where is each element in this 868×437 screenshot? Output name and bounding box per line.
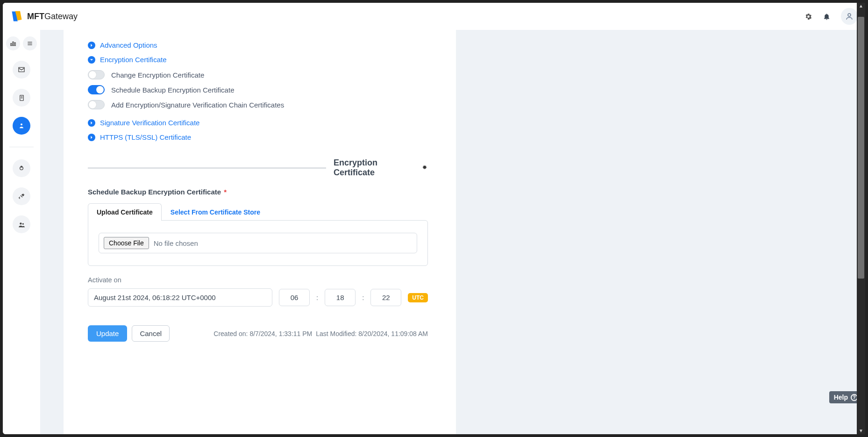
sidebar-separator (9, 147, 34, 147)
brand[interactable]: MFTGateway (10, 10, 78, 23)
svg-point-13 (20, 222, 21, 224)
record-meta: Created on: 8/7/2024, 1:33:11 PM Last Mo… (213, 330, 428, 337)
cert-source-tabs: Upload Certificate Select From Certifica… (88, 203, 428, 221)
tab-select-from-store[interactable]: Select From Certificate Store (162, 203, 269, 221)
svg-rect-2 (13, 42, 14, 46)
sidebar-mail-icon[interactable] (13, 61, 30, 79)
sidebar-server-icon[interactable] (13, 89, 30, 107)
activate-on-label: Activate on (88, 276, 428, 284)
svg-rect-1 (11, 43, 12, 46)
help-label: Help (834, 394, 848, 401)
top-bar: MFTGateway (3, 3, 865, 30)
brand-text: MFTGateway (27, 12, 78, 21)
tab-upload-certificate[interactable]: Upload Certificate (88, 203, 162, 221)
sidebar-users-icon[interactable] (13, 215, 30, 233)
activate-date-input[interactable] (88, 288, 272, 307)
choose-file-button[interactable]: Choose File (104, 237, 149, 249)
sidebar-menu-toggle-icon[interactable] (23, 36, 37, 50)
cancel-button[interactable]: Cancel (132, 325, 170, 342)
section-https-certificate[interactable]: HTTPS (TLS/SSL) Certificate (88, 133, 428, 141)
svg-point-14 (22, 223, 23, 224)
chevron-right-icon (88, 42, 95, 49)
chevron-down-icon (88, 56, 95, 64)
scroll-down-icon[interactable]: ▼ (859, 429, 863, 433)
divider-title: Encryption Certificate (334, 158, 419, 178)
activate-second-input[interactable] (370, 289, 401, 306)
section-encryption-certificate[interactable]: Encryption Certificate (88, 56, 428, 64)
time-separator: : (362, 294, 364, 301)
os-scrollbar[interactable]: ▲ ▼ (857, 3, 865, 434)
scroll-up-icon[interactable]: ▲ (859, 4, 863, 8)
svg-point-11 (21, 123, 22, 125)
sidebar-dashboard-icon[interactable] (6, 36, 20, 50)
toggle-schedule-backup-cert[interactable] (88, 85, 105, 94)
activate-minute-input[interactable] (325, 289, 356, 306)
sidebar-partner-icon[interactable] (13, 117, 30, 135)
sidebar (3, 30, 40, 434)
section-label: HTTPS (TLS/SSL) Certificate (100, 133, 191, 141)
scroll-thumb[interactable] (858, 17, 864, 279)
bell-icon[interactable] (823, 13, 831, 21)
section-label: Advanced Options (100, 41, 157, 49)
section-signature-verification[interactable]: Signature Verification Certificate (88, 119, 428, 127)
content-gutter (40, 30, 64, 434)
update-button[interactable]: Update (88, 325, 127, 342)
toggle-label: Change Encryption Certificate (111, 71, 204, 79)
sidebar-plug-icon[interactable] (13, 187, 30, 205)
chevron-right-icon (88, 134, 95, 141)
settings-icon[interactable] (804, 13, 812, 21)
brand-logo-icon (10, 10, 23, 23)
toggle-label: Schedule Backup Encryption Certificate (111, 86, 234, 94)
svg-rect-7 (20, 95, 23, 100)
section-label: Encryption Certificate (100, 56, 167, 64)
file-input-wrapper[interactable]: Choose File No file chosen (99, 233, 417, 253)
activate-hour-input[interactable] (279, 289, 310, 306)
svg-point-0 (848, 14, 851, 16)
toggle-change-encryption-cert[interactable] (88, 70, 105, 79)
tab-panel-upload: Choose File No file chosen (88, 220, 428, 266)
content-right-pane (456, 30, 865, 434)
file-status-text: No file chosen (154, 239, 198, 247)
sidebar-cert-icon[interactable] (13, 159, 30, 177)
toggle-label: Add Encryption/Signature Verification Ch… (111, 101, 284, 109)
time-separator: : (316, 294, 318, 301)
divider-encryption-certificate: Encryption Certificate (88, 158, 428, 178)
starburst-icon (421, 165, 428, 171)
content-card: Advanced Options Encryption Certificate … (64, 30, 456, 434)
section-label: Signature Verification Certificate (100, 119, 199, 127)
timezone-badge: UTC (408, 293, 428, 302)
chevron-right-icon (88, 119, 95, 127)
section-advanced-options[interactable]: Advanced Options (88, 41, 428, 49)
toggle-add-chain-certs[interactable] (88, 100, 105, 109)
field-label-schedule-backup: Schedule Backup Encryption Certificate * (88, 188, 428, 196)
user-avatar-icon[interactable] (841, 8, 858, 25)
svg-rect-3 (14, 43, 15, 45)
